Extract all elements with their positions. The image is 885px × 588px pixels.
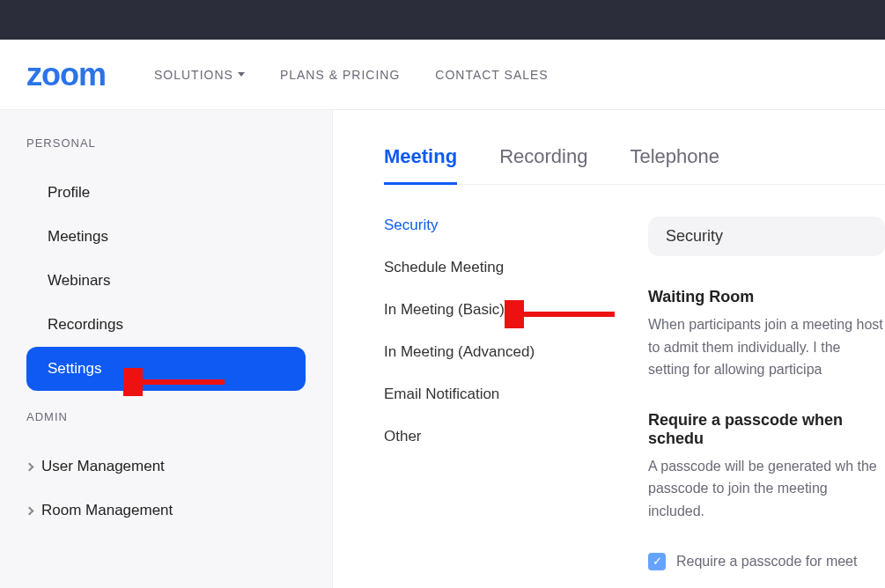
subnav-in-meeting-advanced[interactable]: In Meeting (Advanced) (384, 343, 595, 361)
nav-contact-sales[interactable]: CONTACT SALES (435, 68, 548, 82)
sidebar-section-admin: ADMIN (26, 410, 306, 423)
sidebar-item-label: Room Management (41, 502, 173, 519)
nav-solutions-label: SOLUTIONS (154, 68, 233, 82)
tab-telephone[interactable]: Telephone (630, 145, 719, 184)
sidebar-item-recordings[interactable]: Recordings (26, 303, 306, 347)
nav-solutions[interactable]: SOLUTIONS (154, 68, 245, 82)
tab-recording[interactable]: Recording (499, 145, 587, 184)
nav-plans-pricing[interactable]: PLANS & PRICING (280, 68, 400, 82)
option-passcode-title: Require a passcode when schedu (648, 411, 885, 448)
option-waiting-room-title: Waiting Room (648, 288, 885, 306)
sidebar-item-profile[interactable]: Profile (26, 171, 306, 215)
subnav-in-meeting-basic[interactable]: In Meeting (Basic) (384, 301, 595, 319)
sidebar-section-personal: PERSONAL (26, 136, 306, 150)
sidebar-item-user-management[interactable]: User Management (26, 445, 306, 489)
section-heading-security: Security (648, 217, 885, 256)
sidebar: PERSONAL Profile Meetings Webinars Recor… (0, 110, 333, 588)
subnav-security[interactable]: Security (384, 217, 595, 234)
subnav-schedule-meeting[interactable]: Schedule Meeting (384, 259, 595, 276)
subnav-other[interactable]: Other (384, 428, 595, 445)
passcode-checkbox-label: Require a passcode for meet (676, 554, 857, 570)
option-waiting-room-desc: When participants join a meeting host to… (648, 313, 885, 381)
top-dark-bar (0, 0, 885, 40)
chevron-right-icon (26, 506, 34, 515)
header: zoom SOLUTIONS PLANS & PRICING CONTACT S… (0, 40, 885, 110)
subnav-email-notification[interactable]: Email Notification (384, 386, 595, 403)
zoom-logo[interactable]: zoom (26, 56, 106, 93)
chevron-right-icon (26, 462, 34, 471)
sidebar-item-room-management[interactable]: Room Management (26, 489, 306, 533)
settings-content: Security Waiting Room When participants … (648, 217, 885, 570)
sidebar-item-settings[interactable]: Settings (26, 347, 306, 391)
option-passcode-desc: A passcode will be generated wh the pass… (648, 455, 885, 523)
sidebar-item-webinars[interactable]: Webinars (26, 259, 306, 303)
tab-meeting[interactable]: Meeting (384, 145, 457, 185)
passcode-checkbox-row: ✓ Require a passcode for meet (648, 553, 885, 570)
settings-subnav: Security Schedule Meeting In Meeting (Ba… (384, 217, 595, 570)
passcode-checkbox[interactable]: ✓ (648, 553, 666, 570)
tabs: Meeting Recording Telephone (384, 145, 885, 185)
main-panel: Meeting Recording Telephone Security Sch… (333, 110, 885, 588)
sidebar-item-label: User Management (41, 458, 165, 475)
sidebar-item-meetings[interactable]: Meetings (26, 215, 306, 259)
caret-down-icon (238, 72, 245, 77)
